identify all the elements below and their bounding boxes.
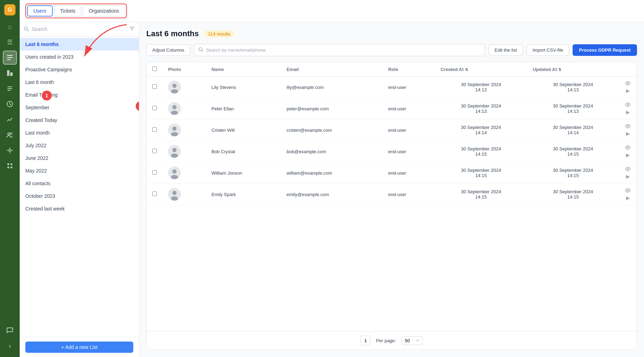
- svg-point-25: [171, 132, 178, 136]
- list-item-proactive[interactable]: Proactive Campaigns: [20, 63, 139, 76]
- svg-rect-4: [10, 72, 13, 76]
- view-icon[interactable]: [625, 124, 631, 129]
- list-item-may-2022[interactable]: May 2022: [20, 164, 139, 177]
- table-row: Lily Stevenslily@example.comend-user30 S…: [147, 77, 637, 98]
- list-item-june-2022[interactable]: June 2022: [20, 152, 139, 164]
- list-item-users-2023[interactable]: Users created in 2023: [20, 51, 139, 63]
- row-checkbox[interactable]: [152, 127, 157, 132]
- svg-point-20: [172, 105, 177, 109]
- menu-icon[interactable]: ☰: [3, 35, 17, 49]
- row-checkbox[interactable]: [152, 192, 157, 196]
- user-avatar: [168, 81, 181, 93]
- view-icon[interactable]: [625, 167, 631, 172]
- view-icon[interactable]: [625, 102, 631, 108]
- chat-icon[interactable]: [3, 323, 17, 337]
- adjust-columns-button[interactable]: Adjust Columns: [146, 44, 190, 56]
- view-icon[interactable]: [625, 145, 631, 151]
- results-badge: 114 results: [204, 31, 234, 37]
- user-role: end-user: [383, 162, 435, 184]
- svg-rect-9: [7, 163, 9, 165]
- main-area: Users Tickets Organizations 1 2: [20, 0, 644, 357]
- tab-tickets[interactable]: Tickets: [54, 5, 82, 17]
- list-item-october-2023[interactable]: October 2023: [20, 190, 139, 202]
- svg-point-7: [11, 133, 12, 135]
- svg-point-28: [172, 148, 177, 152]
- svg-rect-2: [7, 59, 11, 60]
- user-avatar: [168, 102, 181, 115]
- tab-organizations[interactable]: Organizations: [83, 5, 125, 17]
- chevron-right-icon[interactable]: ▶: [626, 195, 630, 201]
- chevron-right-icon[interactable]: ▶: [626, 152, 630, 158]
- view-icon[interactable]: [625, 188, 631, 194]
- col-updated-at[interactable]: Updated At ⇅: [527, 62, 619, 77]
- process-gdpr-button[interactable]: Process GDPR Request: [573, 44, 637, 56]
- edit-list-button[interactable]: Edit the list: [489, 44, 523, 56]
- row-actions: ▶: [625, 102, 631, 115]
- col-photo: Photo: [162, 62, 206, 77]
- table-scroll-area[interactable]: Photo Name Email Role Created At ⇅ Updat…: [147, 62, 637, 331]
- select-all-checkbox[interactable]: [152, 66, 157, 71]
- chart-icon[interactable]: [3, 112, 17, 126]
- search-icon: [24, 26, 29, 32]
- grid-icon[interactable]: [3, 159, 17, 173]
- users-icon[interactable]: [3, 128, 17, 142]
- chevron-right-icon[interactable]: ▶: [626, 88, 630, 93]
- import-csv-button[interactable]: Import CSV-file: [527, 44, 569, 56]
- col-created-at[interactable]: Created At ⇅: [435, 62, 527, 77]
- tab-users[interactable]: Users: [27, 5, 53, 17]
- expand-icon[interactable]: ›: [3, 339, 17, 353]
- user-email: bob@example.com: [281, 141, 383, 162]
- add-new-list-button[interactable]: + Add a new List: [25, 342, 133, 353]
- list-item-last-month[interactable]: Last month: [20, 126, 139, 139]
- svg-point-16: [172, 84, 177, 88]
- row-checkbox[interactable]: [152, 106, 157, 110]
- user-created-at: 30 September 202414:15: [435, 141, 527, 162]
- svg-point-26: [627, 125, 629, 127]
- users-table: Photo Name Email Role Created At ⇅ Updat…: [147, 62, 637, 205]
- svg-point-6: [8, 133, 10, 135]
- user-email: peter@example.com: [281, 98, 383, 119]
- annotation-1: 1: [42, 91, 52, 100]
- list-item-email-tracking[interactable]: Email Tracking: [20, 89, 139, 101]
- per-page-select[interactable]: 10 25 50 100: [402, 336, 423, 345]
- list-item-last-6-month[interactable]: Last 6 month: [20, 76, 139, 89]
- row-checkbox[interactable]: [152, 149, 157, 153]
- svg-point-18: [627, 83, 629, 84]
- list-item-all-contacts[interactable]: All contacts: [20, 177, 139, 190]
- row-checkbox[interactable]: [152, 84, 157, 89]
- checklist-icon[interactable]: [3, 82, 17, 96]
- row-checkbox[interactable]: [152, 170, 157, 175]
- svg-rect-0: [7, 55, 13, 56]
- chevron-right-icon[interactable]: ▶: [626, 174, 630, 179]
- users-search-input[interactable]: [206, 47, 480, 53]
- list-item-july-2022[interactable]: July 2022: [20, 139, 139, 152]
- user-avatar: [168, 188, 181, 201]
- per-page-label: Per page:: [376, 338, 396, 343]
- list-item-september[interactable]: September: [20, 101, 139, 114]
- view-icon[interactable]: [625, 81, 631, 86]
- home-icon[interactable]: ⌂: [3, 20, 17, 34]
- chevron-right-icon[interactable]: ▶: [626, 109, 630, 115]
- clock-icon[interactable]: [3, 97, 17, 111]
- user-name: William Jonson: [206, 162, 281, 184]
- list-item-last-6-months[interactable]: Last 6 months: [20, 38, 139, 51]
- settings-icon[interactable]: [3, 143, 17, 157]
- svg-rect-12: [11, 167, 12, 168]
- search-input[interactable]: [32, 26, 126, 32]
- page-title: Last 6 months: [146, 29, 199, 38]
- reports-icon[interactable]: [3, 66, 17, 80]
- col-name: Name: [206, 62, 281, 77]
- top-bar: Users Tickets Organizations: [20, 0, 644, 22]
- user-role: end-user: [383, 98, 435, 119]
- user-avatar: [168, 167, 181, 179]
- list-item-created-today[interactable]: Created Today: [20, 114, 139, 126]
- table-row: Bob Crystalbob@example.comend-user30 Sep…: [147, 141, 637, 162]
- table-body: Lily Stevenslily@example.comend-user30 S…: [147, 77, 637, 205]
- user-role: end-user: [383, 119, 435, 141]
- user-updated-at: 30 September 202414:15: [527, 184, 619, 205]
- user-email: cristen@example.com: [281, 119, 383, 141]
- contacts-icon[interactable]: [3, 51, 17, 65]
- filter-icon[interactable]: [129, 26, 135, 33]
- list-item-created-last-week[interactable]: Created last week: [20, 202, 139, 215]
- chevron-right-icon[interactable]: ▶: [626, 131, 630, 136]
